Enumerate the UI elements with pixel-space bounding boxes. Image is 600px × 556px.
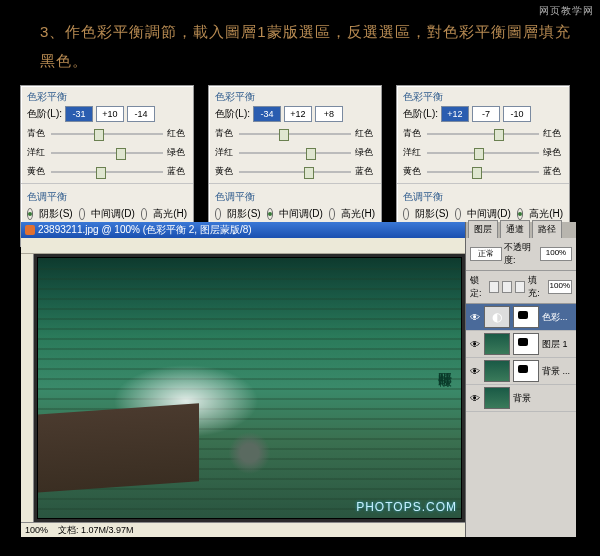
tone-section-title: 色调平衡 [21,186,193,204]
watermark-top: 网页教学网 [539,4,594,18]
slider-yellow-blue[interactable] [427,167,539,177]
radio-midtones[interactable] [79,208,85,220]
tone-section-title: 色调平衡 [209,186,381,204]
radio-highlights[interactable] [141,208,147,220]
slider-cyan-red[interactable] [51,129,163,139]
lock-transparency-icon[interactable] [489,281,499,293]
level-input-1[interactable]: +12 [441,106,469,122]
canvas[interactable]: 那時候呀 PHOTOPS.COM [34,254,465,522]
level-input-2[interactable]: +10 [96,106,124,122]
slider-label-red: 红色 [167,127,187,140]
radio-label: 阴影(S) [415,207,448,221]
toolbox-left[interactable] [21,254,34,522]
layer-row[interactable]: 👁◐色彩... [466,304,576,331]
level-input-2[interactable]: -7 [472,106,500,122]
panel-section-title: 色彩平衡 [21,86,193,104]
radio-shadows[interactable] [403,208,409,220]
photo-content: 那時候呀 PHOTOPS.COM [38,258,461,518]
radio-midtones[interactable] [267,208,273,220]
slider-label-magenta: 洋红 [215,146,235,159]
panel-section-title: 色彩平衡 [209,86,381,104]
mask-thumb[interactable] [513,360,539,382]
panel-section-title: 色彩平衡 [397,86,569,104]
slider-label-cyan: 青色 [403,127,423,140]
layer-thumb[interactable] [484,360,510,382]
radio-highlights[interactable] [517,208,523,220]
radio-highlights[interactable] [329,208,335,220]
instruction-text: 3、作色彩平衡調節，載入圖層1蒙版選區，反選選區，對色彩平衡圖層填充黑色。 [0,0,600,85]
opacity-label: 不透明度: [504,241,538,267]
slider-cyan-red[interactable] [427,129,539,139]
adjustment-icon: ◐ [484,306,510,328]
slider-label-blue: 蓝色 [355,165,375,178]
level-label: 色阶(L): [27,107,62,121]
slider-yellow-blue[interactable] [51,167,163,177]
tab-channels[interactable]: 通道 [500,220,530,238]
window-title-bar[interactable]: 23893211.jpg @ 100% (色彩平衡 2, 图层蒙版/8) [21,222,465,238]
radio-shadows[interactable] [215,208,221,220]
slider-label-magenta: 洋红 [403,146,423,159]
layer-row[interactable]: 👁背景 ... [466,358,576,385]
fill-input[interactable]: 100% [548,280,572,294]
level-label: 色阶(L): [215,107,250,121]
window-title: 23893211.jpg @ 100% (色彩平衡 2, 图层蒙版/8) [38,223,252,237]
tone-section-title: 色调平衡 [397,186,569,204]
layer-name[interactable]: 图层 1 [542,338,573,351]
layer-row[interactable]: 👁背景 [466,385,576,412]
file-size: 文档: 1.07M/3.97M [58,524,134,537]
level-input-2[interactable]: +12 [284,106,312,122]
visibility-eye-icon[interactable]: 👁 [469,392,481,404]
slider-label-cyan: 青色 [215,127,235,140]
radio-label: 中间调(D) [467,207,511,221]
photoshop-window: 23893211.jpg @ 100% (色彩平衡 2, 图层蒙版/8) 那時候… [21,222,576,537]
radio-label: 阴影(S) [39,207,72,221]
slider-label-magenta: 洋红 [27,146,47,159]
radio-shadows[interactable] [27,208,33,220]
level-input-3[interactable]: -14 [127,106,155,122]
visibility-eye-icon[interactable]: 👁 [469,338,481,350]
panel-tabs: 图层 通道 路径 [466,222,576,238]
lock-position-icon[interactable] [515,281,525,293]
slider-label-green: 绿色 [167,146,187,159]
slider-label-yellow: 黄色 [27,165,47,178]
layers-panel: 图层 通道 路径 正常 不透明度: 100% 锁定: 填充: 100% 👁◐色彩… [465,222,576,537]
slider-label-blue: 蓝色 [167,165,187,178]
level-label: 色阶(L): [403,107,438,121]
slider-label-green: 绿色 [355,146,375,159]
zoom-level[interactable]: 100% [25,525,48,535]
blend-mode-select[interactable]: 正常 [470,247,502,261]
layer-name[interactable]: 色彩... [542,311,573,324]
layer-name[interactable]: 背景 [513,392,573,405]
tab-paths[interactable]: 路径 [532,220,562,238]
radio-label: 高光(H) [341,207,375,221]
radio-label: 中间调(D) [279,207,323,221]
radio-label: 阴影(S) [227,207,260,221]
level-input-1[interactable]: -31 [65,106,93,122]
app-icon [25,225,35,235]
level-input-3[interactable]: -10 [503,106,531,122]
level-input-1[interactable]: -34 [253,106,281,122]
layer-thumb[interactable] [484,387,510,409]
fill-label: 填充: [528,274,544,300]
level-input-3[interactable]: +8 [315,106,343,122]
opacity-input[interactable]: 100% [540,247,572,261]
mask-thumb[interactable] [513,333,539,355]
tab-layers[interactable]: 图层 [468,220,498,238]
slider-label-green: 绿色 [543,146,563,159]
visibility-eye-icon[interactable]: 👁 [469,311,481,323]
layer-row[interactable]: 👁图层 1 [466,331,576,358]
slider-magenta-green[interactable] [427,148,539,158]
ruler-top [21,238,465,254]
slider-label-cyan: 青色 [27,127,47,140]
slider-cyan-red[interactable] [239,129,351,139]
slider-yellow-blue[interactable] [239,167,351,177]
slider-magenta-green[interactable] [239,148,351,158]
visibility-eye-icon[interactable]: 👁 [469,365,481,377]
mask-thumb[interactable] [513,306,539,328]
radio-midtones[interactable] [455,208,461,220]
layer-name[interactable]: 背景 ... [542,365,573,378]
layer-thumb[interactable] [484,333,510,355]
lock-pixels-icon[interactable] [502,281,512,293]
status-bar: 100% 文档: 1.07M/3.97M [21,522,465,537]
slider-magenta-green[interactable] [51,148,163,158]
